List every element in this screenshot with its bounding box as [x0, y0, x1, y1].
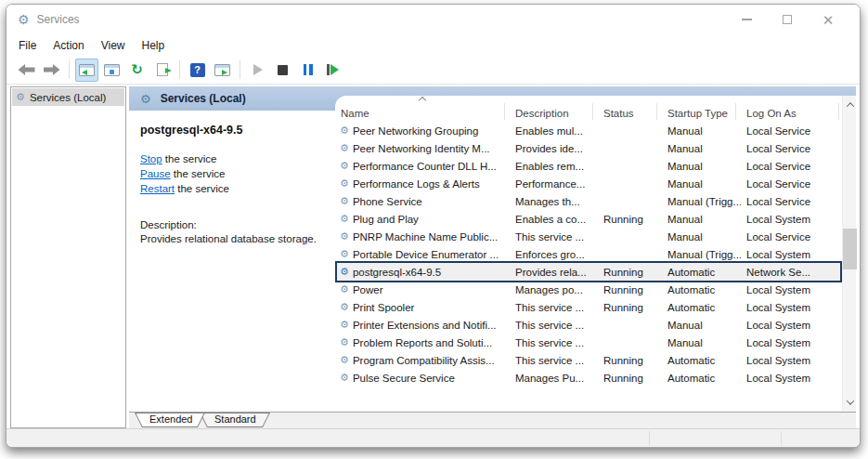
- properties-button[interactable]: [100, 59, 123, 82]
- table-row[interactable]: ⚙Problem Reports and Soluti... This serv…: [335, 334, 842, 351]
- pause-service-suffix: the service: [171, 168, 226, 179]
- toolbar-separator: [240, 60, 240, 79]
- service-detail-pane: postgresql-x64-9.5 Stop the service Paus…: [131, 111, 335, 412]
- stop-service-button[interactable]: [271, 59, 294, 82]
- service-logon-cell: Network Se...: [741, 267, 842, 278]
- services-app-icon: ⚙: [18, 13, 30, 26]
- service-logon-cell: Local Service: [741, 196, 842, 207]
- service-logon-cell: Local System: [741, 302, 842, 313]
- table-row[interactable]: ⚙Program Compatibility Assis... This ser…: [335, 351, 842, 369]
- restart-service-line: Restart the service: [140, 181, 326, 196]
- pause-service-link[interactable]: Pause: [140, 168, 171, 179]
- service-description-cell: Provides ide...: [510, 143, 598, 154]
- maximize-button[interactable]: [767, 6, 808, 33]
- column-divider[interactable]: [735, 103, 736, 120]
- description-text: Provides relational database storage.: [140, 232, 326, 246]
- menu-view[interactable]: View: [93, 36, 134, 55]
- menu-action[interactable]: Action: [45, 36, 92, 55]
- service-name-cell: ⚙Portable Device Enumerator ...: [335, 249, 510, 260]
- service-name-cell: ⚙Power: [335, 284, 510, 295]
- table-row[interactable]: ⚙Performance Logs & Alerts Performance..…: [335, 175, 842, 192]
- service-gear-icon: ⚙: [340, 178, 349, 189]
- column-header-status[interactable]: Status: [598, 108, 634, 119]
- column-header-logon[interactable]: Log On As: [741, 108, 797, 119]
- export-list-icon: [157, 63, 168, 76]
- maximize-icon: [783, 15, 792, 24]
- window-controls: ✕: [726, 6, 849, 33]
- column-divider[interactable]: [504, 103, 505, 120]
- help-button[interactable]: ?: [186, 59, 209, 82]
- show-action-pane-button[interactable]: [211, 59, 234, 82]
- service-gear-icon: ⚙: [340, 302, 349, 312]
- table-row[interactable]: ⚙Print Spooler This service ... Running …: [335, 298, 842, 316]
- service-gear-icon: ⚙: [340, 337, 349, 348]
- table-row[interactable]: ⚙Portable Device Enumerator ... Enforces…: [335, 245, 842, 263]
- status-divider: [781, 431, 782, 445]
- toolbar-separator: [69, 60, 70, 79]
- table-row[interactable]: ⚙Power Manages po... Running Automatic L…: [335, 281, 842, 298]
- console-tree-panel: ⚙ Services (Local): [10, 86, 126, 428]
- start-service-button[interactable]: [246, 59, 269, 82]
- scrollbar-thumb[interactable]: [843, 229, 857, 269]
- service-startup-cell: Automatic: [662, 302, 741, 313]
- column-header-description[interactable]: Description: [510, 108, 569, 119]
- service-startup-cell: Manual (Trigg...: [662, 249, 741, 260]
- service-description-cell: Enables mul...: [510, 125, 598, 137]
- column-header-name[interactable]: Name: [335, 108, 369, 119]
- service-gear-icon: ⚙: [340, 196, 349, 206]
- scroll-up-button[interactable]: [843, 98, 857, 112]
- tab-standard[interactable]: Standard: [200, 413, 270, 427]
- pause-service-button[interactable]: [296, 59, 319, 82]
- menu-file[interactable]: File: [10, 36, 45, 55]
- refresh-button[interactable]: ↻: [125, 59, 149, 82]
- table-row[interactable]: ⚙PNRP Machine Name Public... This servic…: [335, 228, 842, 245]
- service-name-cell: ⚙PNRP Machine Name Public...: [335, 231, 510, 243]
- services-window: ⚙ Services ✕ File Action View Help ↻ ?: [6, 4, 861, 448]
- vertical-scrollbar[interactable]: [842, 96, 856, 412]
- help-icon: ?: [190, 63, 205, 77]
- close-button[interactable]: ✕: [808, 6, 849, 33]
- service-gear-icon: ⚙: [340, 284, 349, 295]
- menu-bar: File Action View Help: [6, 34, 860, 56]
- column-divider[interactable]: [838, 103, 839, 120]
- minimize-button[interactable]: [726, 6, 767, 33]
- column-divider[interactable]: [656, 103, 657, 120]
- service-logon-cell: Local Service: [741, 161, 842, 172]
- service-status-cell: Running: [598, 267, 662, 278]
- export-list-button[interactable]: [150, 59, 174, 82]
- service-logon-cell: Local System: [741, 249, 842, 260]
- tree-item-services-local[interactable]: ⚙ Services (Local): [12, 88, 124, 106]
- restart-service-link[interactable]: Restart: [140, 183, 175, 194]
- service-logon-cell: Local Service: [741, 125, 842, 137]
- tab-extended-label: Extended: [135, 413, 205, 426]
- back-button[interactable]: [15, 59, 38, 82]
- column-header-startup[interactable]: Startup Type: [662, 108, 728, 119]
- service-logon-cell: Local Service: [741, 178, 842, 190]
- table-row[interactable]: ⚙Performance Counter DLL H... Enables re…: [335, 157, 842, 175]
- table-row[interactable]: ⚙Pulse Secure Service Manages Pu... Runn…: [335, 369, 842, 387]
- stop-service-link[interactable]: Stop: [140, 153, 162, 164]
- service-gear-icon: ⚙: [340, 249, 349, 259]
- service-logon-cell: Local System: [741, 373, 842, 384]
- table-row[interactable]: ⚙Printer Extensions and Notifi... This s…: [335, 316, 842, 334]
- service-name-cell: ⚙Phone Service: [335, 196, 510, 207]
- services-gear-icon: ⚙: [140, 93, 151, 105]
- table-row[interactable]: ⚙Phone Service Manages th... Manual (Tri…: [335, 192, 842, 210]
- service-logon-cell: Local System: [741, 214, 842, 225]
- show-console-tree-button[interactable]: [75, 59, 98, 82]
- service-gear-icon: ⚙: [340, 320, 349, 330]
- service-status-cell: Running: [598, 373, 662, 384]
- service-description-cell: Enables a co...: [510, 214, 598, 225]
- scroll-down-button[interactable]: [843, 395, 857, 410]
- restart-service-button[interactable]: [321, 59, 344, 82]
- tab-extended[interactable]: Extended: [135, 413, 205, 427]
- table-row[interactable]: ⚙Peer Networking Identity M... Provides …: [335, 139, 842, 157]
- table-row[interactable]: ⚙Peer Networking Grouping Enables mul...…: [335, 122, 842, 139]
- service-startup-cell: Automatic: [662, 284, 741, 295]
- table-row[interactable]: ⚙postgresql-x64-9.5 Provides rela... Run…: [335, 263, 842, 281]
- table-row[interactable]: ⚙Plug and Play Enables a co... Running M…: [335, 210, 842, 228]
- forward-button[interactable]: [40, 59, 63, 82]
- services-list-panel: Name Description Status Startup Type Log…: [335, 96, 856, 412]
- menu-help[interactable]: Help: [134, 36, 174, 55]
- column-divider[interactable]: [592, 103, 593, 120]
